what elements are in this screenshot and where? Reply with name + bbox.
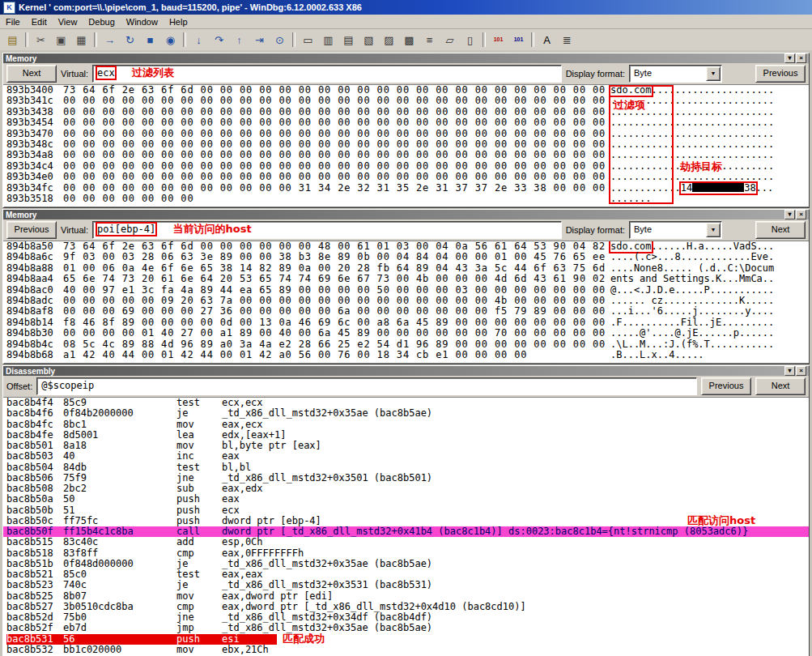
address-cell: 893b34e0 (6, 172, 63, 182)
opcode-bytes: 8b07 (63, 591, 176, 602)
previous-button[interactable]: Previous (701, 377, 751, 395)
ascii-cell: sdo.com..................... (610, 85, 774, 96)
operands: ecx,ecx (222, 398, 263, 408)
watch-window-icon[interactable]: ▥ (319, 31, 338, 49)
operands: bl,bl (222, 462, 251, 473)
hex-cell: 73 64 6f 2e 63 6f 6d 00 00 00 00 00 00 0… (63, 85, 610, 96)
paste-icon[interactable]: ▦ (72, 31, 91, 49)
call-stack-window-icon[interactable]: ▩ (400, 31, 419, 49)
run-to-cursor-icon[interactable]: ⇥ (250, 31, 269, 49)
display-format-label: Display format: (566, 69, 625, 79)
next-button[interactable]: Next (6, 65, 57, 83)
memory-row: 893b345400 00 00 00 00 00 00 00 00 00 00… (3, 117, 809, 128)
address-cell: bac8b527 (6, 602, 63, 612)
breakpoint-hand-icon[interactable]: ⊙ (270, 31, 289, 49)
display-format-label: Display format: (566, 225, 625, 235)
next-button[interactable]: Next (755, 221, 806, 239)
operands: _td_x86_dll_mstd32+0x3531 (bac8b531) (222, 580, 432, 590)
options-icon[interactable]: ≣ (558, 31, 576, 49)
chevron-down-icon[interactable]: ▼ (706, 223, 721, 237)
operands: _td_x86_dll_mstd32+0x34df (bac8b4df) (222, 612, 432, 623)
disasm-line: bac8b50675f9jne_td_x86_dll_mstd32+0x3501… (3, 473, 809, 483)
disassembly-listing[interactable]: bac8b4f485c9testecx,ecxbac8b4f60f84b2000… (3, 397, 809, 656)
stop-debugging-icon[interactable]: ■ (141, 31, 159, 49)
opcode-bytes: 0f848d000000 (63, 559, 176, 569)
mnemonic: mov (176, 591, 222, 602)
toolbar-separator (183, 32, 186, 47)
memory-row: 893b340073 64 6f 2e 63 6f 6d 00 00 00 00… (3, 85, 809, 96)
address-cell: 893b3470 (6, 129, 63, 139)
toolbar-separator (94, 32, 97, 47)
menu-item-help[interactable]: Help (164, 16, 193, 28)
previous-button[interactable]: Previous (6, 221, 57, 239)
opcode-bytes: 51 (63, 505, 176, 516)
restart-icon[interactable]: ↻ (121, 31, 139, 49)
mnemonic: test (176, 398, 222, 408)
open-workspace-icon[interactable]: ▤ (3, 31, 22, 49)
disassembly-title: Disassembly (6, 367, 55, 376)
mnemonic: push (176, 634, 222, 645)
ascii-cell: ............1438... (610, 183, 773, 194)
hex-cell: 00 00 00 00 00 09 20 63 7a 00 00 00 00 0… (63, 296, 610, 306)
address-cell: 894b8a88 (6, 263, 63, 274)
memory2-hexdump[interactable]: 894b8a5073 64 6f 2e 63 6f 6d 00 00 00 00… (3, 241, 809, 363)
filter-item-label: 过滤项 (614, 98, 645, 113)
command-window-icon[interactable]: ▭ (299, 31, 317, 49)
close-icon[interactable]: × (796, 210, 806, 219)
mnemonic: sub (176, 483, 222, 494)
operands: eax,ecx (222, 420, 263, 430)
step-over-icon[interactable]: ↷ (210, 31, 228, 49)
registers-window-icon[interactable]: ▧ (359, 31, 378, 49)
cut-icon[interactable]: ✂ (32, 31, 50, 49)
font-icon[interactable]: A (538, 31, 556, 49)
menu-item-file[interactable]: File (0, 16, 26, 28)
offset-input[interactable]: @$scopeip (36, 377, 697, 395)
dock-icon[interactable]: ▾ (784, 210, 795, 219)
step-into-icon[interactable]: ↓ (189, 31, 208, 49)
memory-row: 894b8b3000 00 00 00 01 40 27 00 a1 89 00… (3, 328, 809, 339)
ascii-text: ... (756, 183, 774, 194)
operands: eax (222, 451, 240, 462)
ascii-cell: .B...L.x..4..... (610, 350, 704, 360)
disassembly-window-icon[interactable]: ≡ (420, 31, 439, 49)
display-format-value: Byte (634, 224, 652, 234)
chevron-down-icon[interactable]: ▼ (706, 66, 721, 81)
copy-icon[interactable]: ▣ (52, 31, 70, 49)
display-format-select[interactable]: Byte ▼ (629, 65, 722, 83)
ascii-cell: ............................ (610, 139, 774, 150)
menu-item-debug[interactable]: Debug (83, 16, 120, 28)
step-out-icon[interactable]: ↑ (230, 31, 249, 49)
opcode-bytes: eb7d (63, 623, 176, 633)
previous-button[interactable]: Previous (755, 65, 806, 83)
processes-window-icon[interactable]: ▯ (461, 31, 479, 49)
dock-icon[interactable]: ▾ (784, 53, 795, 63)
memory-window-2: Memory ▾ × Previous Virtual: poi[ebp-4] … (2, 209, 810, 364)
break-icon[interactable]: ◉ (161, 31, 180, 49)
hex-cell: 00 00 00 00 00 00 00 00 00 00 00 00 00 0… (63, 161, 610, 172)
scratch-pad-window-icon[interactable]: ▱ (440, 31, 459, 49)
go-icon[interactable]: → (100, 31, 119, 49)
hex-cell: 00 00 00 00 00 00 00 00 00 00 00 00 00 0… (63, 107, 610, 117)
memory-window-icon[interactable]: ▨ (380, 31, 398, 49)
title-bar: K Kernel ' com:port=\\.\pipe\com_1, baud… (0, 0, 812, 15)
source-mode-on-icon[interactable]: 101 (489, 31, 508, 49)
menu-item-view[interactable]: View (53, 16, 83, 28)
operands: esp,0Ch (222, 537, 263, 547)
virtual-address-input[interactable]: ecx 过滤列表 (92, 65, 562, 83)
close-icon[interactable]: × (796, 366, 806, 376)
display-format-select[interactable]: Byte ▼ (629, 221, 722, 239)
close-icon[interactable]: × (796, 53, 806, 63)
next-button[interactable]: Next (755, 377, 806, 395)
mnemonic: cmp (176, 602, 222, 612)
dock-icon[interactable]: ▾ (784, 366, 795, 376)
menu-item-edit[interactable]: Edit (26, 16, 53, 28)
disasm-line: bac8b4fe8d5001leaedx,[eax+1] (3, 430, 809, 441)
source-mode-off-icon[interactable]: 101 (509, 31, 528, 49)
offset-label: Offset: (6, 381, 32, 391)
memory1-hexdump[interactable]: 893b340073 64 6f 2e 63 6f 6d 00 00 00 00… (3, 84, 809, 207)
virtual-address-input[interactable]: poi[ebp-4] 当前访问的host (92, 221, 562, 239)
operands: bl,byte ptr [eax] (222, 441, 321, 451)
disasm-line: bac8b523740cje_td_x86_dll_mstd32+0x3531 … (3, 580, 809, 590)
locals-window-icon[interactable]: ▤ (339, 31, 358, 49)
menu-item-window[interactable]: Window (121, 16, 164, 28)
